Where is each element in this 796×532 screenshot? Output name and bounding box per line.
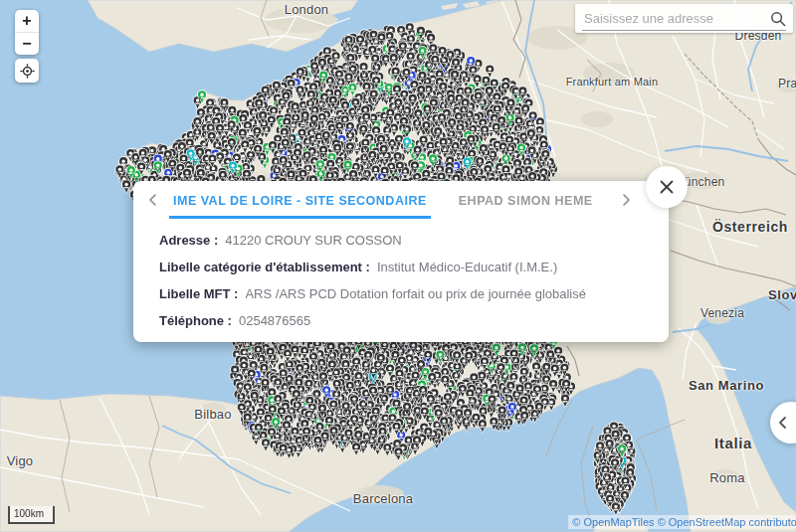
popup-tabs-row: IME VAL DE LOIRE - SITE SECONDAIREEHPAD …: [133, 181, 669, 219]
field-label: Libelle MFT :: [159, 287, 238, 301]
tabs-next-button[interactable]: [617, 181, 635, 219]
scale-bar: 100km: [8, 506, 55, 524]
tabs-prev-button[interactable]: [143, 181, 161, 219]
popup-tab-1[interactable]: EHPAD SIMON HEME: [455, 181, 597, 219]
zoom-control: + −: [15, 10, 39, 55]
popup-close-button[interactable]: [646, 166, 688, 208]
search-underline: [582, 30, 786, 31]
locate-button[interactable]: [15, 59, 39, 83]
field-label: Libelle catégorie d'établissement :: [159, 261, 370, 274]
x-icon: [659, 179, 675, 195]
field-value: ARS /ARS PCD Dotation forfait ou prix de…: [245, 287, 586, 301]
popup-fields: Adresse :41220 CROUY SUR COSSONLibelle c…: [133, 219, 669, 328]
field-value: 0254876565: [239, 314, 310, 328]
field-value: Institut Médico-Educatif (I.M.E.): [377, 261, 557, 274]
chevron-left-icon: [148, 193, 157, 207]
chevron-left-icon: [778, 416, 787, 430]
field-value: 41220 CROUY SUR COSSON: [225, 234, 402, 248]
map-attribution[interactable]: © OpenMapTiles © OpenStreetMap contribut…: [568, 515, 796, 529]
popup-field-row: Téléphone :0254876565: [159, 314, 643, 328]
popup-field-row: Libelle MFT :ARS /ARS PCD Dotation forfa…: [159, 287, 643, 301]
chevron-right-icon: [622, 193, 631, 207]
map-application: LondonDresdenPrahaFrankfurt am MainMünch…: [0, 0, 796, 532]
zoom-in-button[interactable]: +: [15, 10, 39, 32]
zoom-out-button[interactable]: −: [15, 32, 39, 55]
magnifier-icon[interactable]: [770, 11, 786, 27]
popup-tab-list: IME VAL DE LOIRE - SITE SECONDAIREEHPAD …: [161, 181, 617, 219]
search-input[interactable]: [582, 10, 770, 27]
popup-tab-0[interactable]: IME VAL DE LOIRE - SITE SECONDAIRE: [169, 181, 431, 219]
establishment-popup: IME VAL DE LOIRE - SITE SECONDAIREEHPAD …: [133, 181, 669, 342]
popup-field-row: Adresse :41220 CROUY SUR COSSON: [159, 234, 643, 248]
target-icon: [20, 64, 35, 79]
field-label: Adresse :: [159, 234, 218, 248]
search-box: [575, 4, 793, 33]
field-label: Téléphone :: [159, 314, 232, 328]
popup-field-row: Libelle catégorie d'établissement :Insti…: [159, 261, 643, 274]
